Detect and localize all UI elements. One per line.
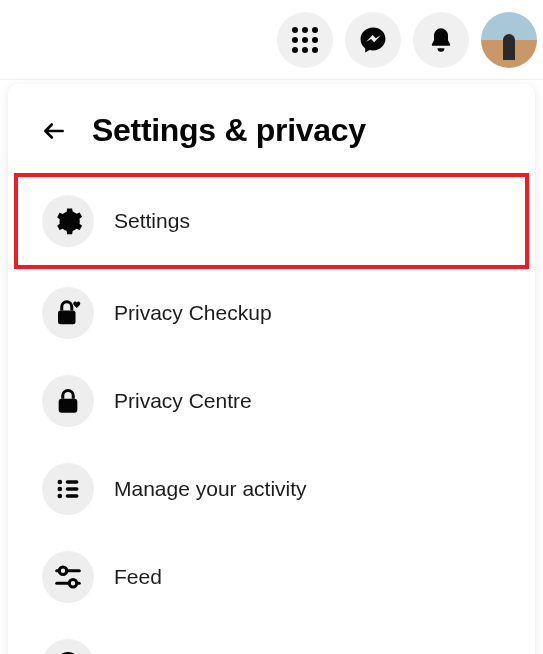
icon-wrap — [42, 551, 94, 603]
bell-icon — [427, 26, 455, 54]
svg-rect-6 — [66, 487, 79, 491]
menu-item-label: Manage your activity — [114, 477, 307, 501]
svg-rect-1 — [59, 399, 78, 413]
menu-item-privacy-checkup[interactable]: Privacy Checkup — [14, 269, 529, 357]
menu-item-feed[interactable]: Feed — [14, 533, 529, 621]
menu-button[interactable] — [277, 12, 333, 68]
svg-rect-0 — [58, 311, 76, 325]
sliders-icon — [53, 562, 83, 592]
messenger-icon — [359, 26, 387, 54]
gear-icon — [53, 206, 83, 236]
apps-grid-icon — [292, 27, 318, 53]
icon-wrap — [42, 195, 94, 247]
menu-item-label: Privacy Centre — [114, 389, 252, 413]
svg-rect-5 — [66, 480, 79, 484]
svg-point-11 — [69, 580, 77, 588]
menu-item-label: Feed — [114, 565, 162, 589]
list-icon — [54, 475, 82, 503]
messenger-button[interactable] — [345, 12, 401, 68]
panel-title: Settings & privacy — [92, 112, 366, 149]
menu-item-privacy-centre[interactable]: Privacy Centre — [14, 357, 529, 445]
icon-wrap — [42, 463, 94, 515]
menu-item-settings[interactable]: Settings — [14, 173, 529, 269]
svg-point-9 — [59, 567, 67, 575]
menu-item-language[interactable]: Language — [14, 621, 529, 654]
svg-point-2 — [58, 480, 63, 485]
notifications-button[interactable] — [413, 12, 469, 68]
menu-item-manage-activity[interactable]: Manage your activity — [14, 445, 529, 533]
topbar — [0, 0, 543, 80]
svg-point-4 — [58, 494, 63, 499]
menu-item-label: Settings — [114, 209, 190, 233]
arrow-left-icon — [41, 118, 67, 144]
settings-privacy-panel: Settings & privacy Settings Privacy Chec… — [8, 84, 535, 654]
svg-rect-7 — [66, 494, 79, 498]
panel-header: Settings & privacy — [8, 102, 535, 173]
svg-point-3 — [58, 487, 63, 492]
menu-list: Settings Privacy Checkup Privacy Centre — [8, 173, 535, 654]
icon-wrap — [42, 639, 94, 654]
menu-item-label: Privacy Checkup — [114, 301, 272, 325]
icon-wrap — [42, 287, 94, 339]
lock-icon — [54, 387, 82, 415]
avatar[interactable] — [481, 12, 537, 68]
lock-heart-icon — [53, 298, 83, 328]
icon-wrap — [42, 375, 94, 427]
back-button[interactable] — [36, 113, 72, 149]
